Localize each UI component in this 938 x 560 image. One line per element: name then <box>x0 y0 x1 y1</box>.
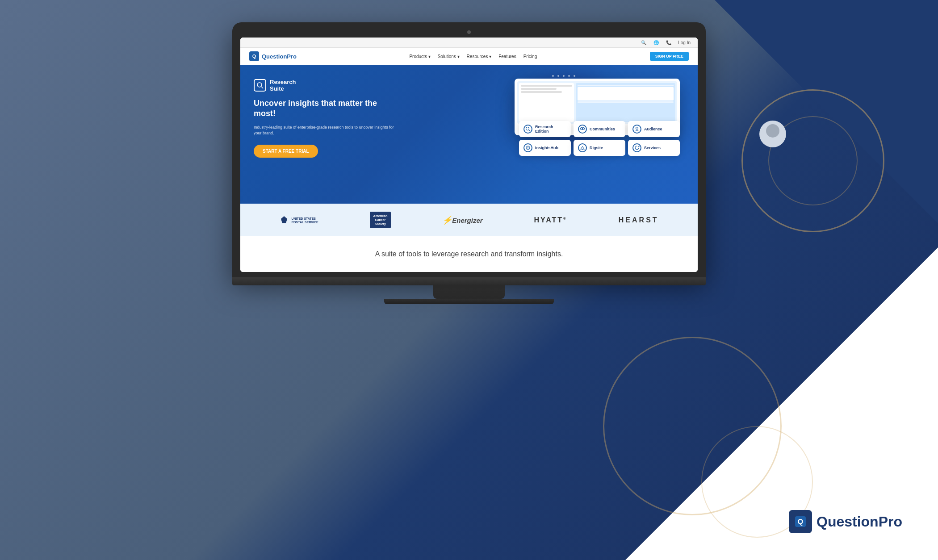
client-hyatt: HYATT® <box>534 216 567 224</box>
communities-label: Communities <box>590 127 615 131</box>
product-card-services[interactable]: Services <box>628 140 680 156</box>
energizer-logo: ⚡Energizer <box>442 215 482 225</box>
nav-links: Products ▾ Solutions ▾ Resources ▾ Featu… <box>409 54 537 59</box>
hero-cta-button[interactable]: START A FREE TRIAL <box>254 145 318 158</box>
laptop-base <box>232 277 706 285</box>
nav-resources[interactable]: Resources ▾ <box>467 54 492 59</box>
audience-label: Audience <box>644 127 662 131</box>
globe-icon[interactable]: 🌐 <box>653 39 659 46</box>
nav-pricing[interactable]: Pricing <box>523 54 537 59</box>
product-card-digsite[interactable]: Digsite <box>574 140 625 156</box>
footer-logo: Q QuestionPro <box>789 510 902 533</box>
bottom-tagline: A suite of tools to leverage research an… <box>258 249 680 259</box>
laptop-screen: 🔍 🌐 📞 Log In Q QuestionPro <box>240 38 698 272</box>
laptop: 🔍 🌐 📞 Log In Q QuestionPro <box>232 22 706 304</box>
client-acs: AmericanCancerSociety <box>370 212 391 228</box>
login-link[interactable]: Log In <box>678 40 691 45</box>
nav-products[interactable]: Products ▾ <box>409 54 430 59</box>
product-card-communities[interactable]: Communities <box>574 121 625 137</box>
hero-content: ResearchSuite Uncover insights that matt… <box>254 79 397 158</box>
svg-point-12 <box>528 148 528 149</box>
svg-line-5 <box>261 87 263 88</box>
monitor-panel-right <box>576 83 676 122</box>
signup-button[interactable]: SIGN UP FREE <box>650 52 689 61</box>
laptop-body: 🔍 🌐 📞 Log In Q QuestionPro <box>232 22 706 277</box>
avatar <box>759 121 786 147</box>
search-icon[interactable]: 🔍 <box>641 39 647 46</box>
hero-badge: ResearchSuite <box>254 79 397 92</box>
svg-point-4 <box>257 83 262 87</box>
footer-logo-icon: Q <box>789 510 812 533</box>
usps-eagle-icon: UNITED STATES POSTAL SERVICE <box>279 215 318 225</box>
client-energizer: ⚡Energizer <box>442 215 482 225</box>
laptop-camera <box>467 30 471 34</box>
footer-logo-text: QuestionPro <box>817 514 902 530</box>
hero-badge-text: ResearchSuite <box>270 79 296 92</box>
client-usps: UNITED STATES POSTAL SERVICE <box>279 215 318 225</box>
monitor-screen <box>517 81 677 124</box>
hero-section: ResearchSuite Uncover insights that matt… <box>240 65 698 204</box>
acs-badge: AmericanCancerSociety <box>370 212 391 228</box>
insightshub-label: InsightsHub <box>535 146 558 150</box>
clients-section: UNITED STATES POSTAL SERVICE AmericanCan… <box>240 204 698 236</box>
nav-features[interactable]: Features <box>498 54 516 59</box>
digsite-icon <box>578 143 587 152</box>
hero-badge-icon <box>254 79 266 92</box>
communities-icon <box>578 125 587 134</box>
nav-logo-text: QuestionPro <box>262 53 297 60</box>
insightshub-icon <box>523 143 532 152</box>
research-edition-label: Research Edition <box>535 125 566 134</box>
product-card-insightshub[interactable]: InsightsHub <box>519 140 571 156</box>
hero-subtitle: Industry-leading suite of enterprise-gra… <box>254 125 397 137</box>
site-topbar: 🔍 🌐 📞 Log In <box>240 38 698 48</box>
monitor-panel-left <box>519 83 574 122</box>
svg-point-6 <box>526 127 529 130</box>
hyatt-logo: HYATT® <box>534 216 567 224</box>
phone-icon[interactable]: 📞 <box>666 39 672 46</box>
site-bottom: A suite of tools to leverage research an… <box>240 236 698 272</box>
laptop-foot <box>384 299 554 304</box>
svg-point-10 <box>636 127 638 130</box>
services-label: Services <box>644 146 661 150</box>
product-card-research-edition[interactable]: Research Edition <box>519 121 571 137</box>
digsite-label: Digsite <box>590 146 603 150</box>
nav-logo[interactable]: Q QuestionPro <box>249 51 297 61</box>
svg-text:Q: Q <box>798 518 803 526</box>
hero-visual: Research Edition Communities <box>515 79 684 158</box>
svg-text:Q: Q <box>252 54 256 59</box>
research-edition-icon <box>523 125 532 134</box>
hearst-logo: HEARST <box>619 216 659 224</box>
nav-solutions[interactable]: Solutions ▾ <box>438 54 460 59</box>
svg-line-7 <box>529 130 530 131</box>
product-cards-grid: Research Edition Communities <box>519 121 680 156</box>
site-nav: Q QuestionPro Products ▾ Solutions ▾ Res… <box>240 48 698 65</box>
services-icon <box>632 143 641 152</box>
laptop-stand <box>433 285 505 299</box>
audience-icon <box>632 125 641 134</box>
client-hearst: HEARST <box>619 216 659 224</box>
nav-logo-icon: Q <box>249 51 259 61</box>
product-card-audience[interactable]: Audience <box>628 121 680 137</box>
hero-title: Uncover insights that matter the most! <box>254 98 397 119</box>
